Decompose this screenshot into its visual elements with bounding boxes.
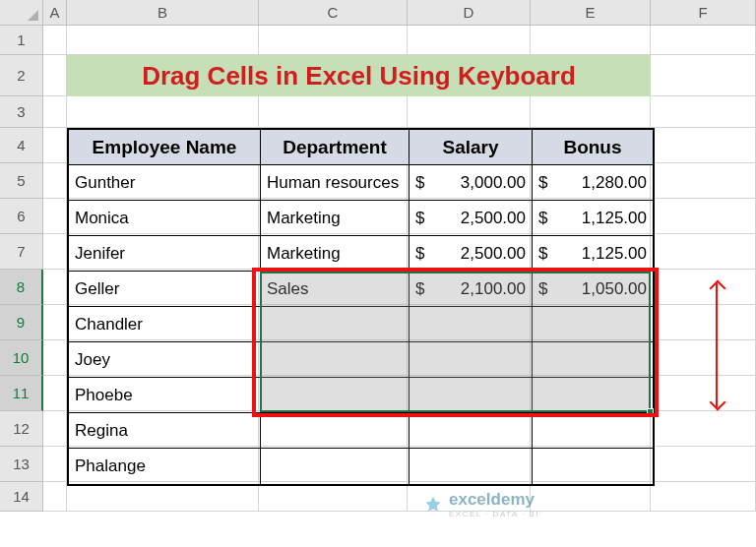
table-cell[interactable]: Phalange <box>69 449 261 484</box>
table-cell[interactable]: $2,500.00 <box>410 236 533 272</box>
table-cell[interactable]: $1,125.00 <box>533 201 653 236</box>
cell[interactable] <box>43 96 67 128</box>
table-cell[interactable]: $1,125.00 <box>533 236 653 272</box>
col-header-B[interactable]: B <box>67 0 259 25</box>
row-header-8[interactable]: 8 <box>0 270 43 305</box>
table-cell[interactable]: Chandler <box>69 307 261 342</box>
table-cell[interactable]: Regina <box>69 413 261 449</box>
cell[interactable] <box>43 411 67 447</box>
row-header-9[interactable]: 9 <box>0 305 43 340</box>
table-cell[interactable]: $2,100.00 <box>410 272 533 307</box>
table-header[interactable]: Bonus <box>533 130 653 165</box>
cell[interactable] <box>651 55 756 96</box>
row-header-12[interactable]: 12 <box>0 411 42 447</box>
row-header-1[interactable]: 1 <box>0 26 42 55</box>
col-header-F[interactable]: F <box>651 0 756 25</box>
cell[interactable] <box>43 482 67 512</box>
cell[interactable] <box>43 447 67 482</box>
col-header-C[interactable]: C <box>259 0 408 25</box>
table-header[interactable]: Employee Name <box>69 130 261 165</box>
cell[interactable] <box>651 305 756 340</box>
row-header-14[interactable]: 14 <box>0 482 42 512</box>
row-header-6[interactable]: 6 <box>0 199 42 234</box>
table-cell[interactable] <box>410 413 533 449</box>
row-header-13[interactable]: 13 <box>0 447 42 482</box>
row-header-4[interactable]: 4 <box>0 128 42 163</box>
cell[interactable] <box>43 199 67 234</box>
table-cell[interactable] <box>261 307 410 342</box>
cell[interactable] <box>43 128 67 163</box>
table-cell[interactable]: Gunther <box>69 165 261 201</box>
table-cell[interactable] <box>410 342 533 378</box>
cell[interactable] <box>531 482 651 512</box>
table-cell[interactable]: Joey <box>69 342 261 378</box>
table-cell[interactable] <box>261 378 410 413</box>
row-header-7[interactable]: 7 <box>0 234 42 270</box>
row-header-2[interactable]: 2 <box>0 55 42 96</box>
cell[interactable] <box>43 270 67 305</box>
cell[interactable] <box>651 128 756 163</box>
table-cell[interactable]: Phoebe <box>69 378 261 413</box>
cell[interactable] <box>651 96 756 128</box>
cell[interactable] <box>651 411 756 447</box>
table-cell[interactable] <box>261 342 410 378</box>
fill-handle[interactable] <box>647 408 654 415</box>
table-cell[interactable] <box>410 378 533 413</box>
table-cell[interactable]: $3,000.00 <box>410 165 533 201</box>
col-header-A[interactable]: A <box>43 0 67 25</box>
table-header[interactable]: Department <box>261 130 410 165</box>
table-cell[interactable]: Sales <box>261 272 410 307</box>
table-cell[interactable] <box>533 378 653 413</box>
cell[interactable] <box>651 26 756 55</box>
cell[interactable] <box>531 96 651 128</box>
table-cell[interactable] <box>261 449 410 484</box>
cell[interactable] <box>651 376 756 411</box>
table-cell[interactable]: Human resources <box>261 165 410 201</box>
cell[interactable] <box>43 234 67 270</box>
cell[interactable] <box>651 447 756 482</box>
cell[interactable] <box>651 270 756 305</box>
cell[interactable] <box>259 96 408 128</box>
table-cell[interactable]: Geller <box>69 272 261 307</box>
table-header[interactable]: Salary <box>410 130 533 165</box>
table-cell[interactable] <box>533 342 653 378</box>
cell[interactable] <box>651 234 756 270</box>
cell[interactable] <box>651 163 756 199</box>
cell[interactable] <box>651 482 756 512</box>
col-header-E[interactable]: E <box>531 0 651 25</box>
table-cell[interactable] <box>410 449 533 484</box>
cell[interactable] <box>259 482 408 512</box>
cell[interactable] <box>408 96 531 128</box>
table-cell[interactable]: Marketing <box>261 201 410 236</box>
cell[interactable] <box>259 26 408 55</box>
table-cell[interactable]: Marketing <box>261 236 410 272</box>
select-all-corner[interactable] <box>0 0 43 26</box>
cell[interactable] <box>408 26 531 55</box>
table-cell[interactable]: $1,280.00 <box>533 165 653 201</box>
cell[interactable] <box>43 26 67 55</box>
table-cell[interactable]: $2,500.00 <box>410 201 533 236</box>
table-cell[interactable] <box>261 413 410 449</box>
table-cell[interactable] <box>533 307 653 342</box>
cell[interactable] <box>43 163 67 199</box>
table-cell[interactable]: $1,050.00 <box>533 272 653 307</box>
table-cell[interactable] <box>533 413 653 449</box>
cell[interactable] <box>43 376 67 411</box>
cell[interactable] <box>43 340 67 376</box>
table-cell[interactable] <box>533 449 653 484</box>
table-cell[interactable] <box>410 307 533 342</box>
cell[interactable] <box>651 340 756 376</box>
col-header-D[interactable]: D <box>408 0 531 25</box>
cell[interactable] <box>67 26 259 55</box>
cell[interactable] <box>531 26 651 55</box>
row-header-10[interactable]: 10 <box>0 340 43 376</box>
cell[interactable] <box>651 199 756 234</box>
row-header-11[interactable]: 11 <box>0 376 43 411</box>
table-cell[interactable]: Jenifer <box>69 236 261 272</box>
row-header-5[interactable]: 5 <box>0 163 42 199</box>
cell[interactable] <box>67 482 259 512</box>
table-cell[interactable]: Monica <box>69 201 261 236</box>
cell[interactable] <box>43 305 67 340</box>
cell[interactable] <box>67 96 259 128</box>
row-header-3[interactable]: 3 <box>0 96 42 128</box>
